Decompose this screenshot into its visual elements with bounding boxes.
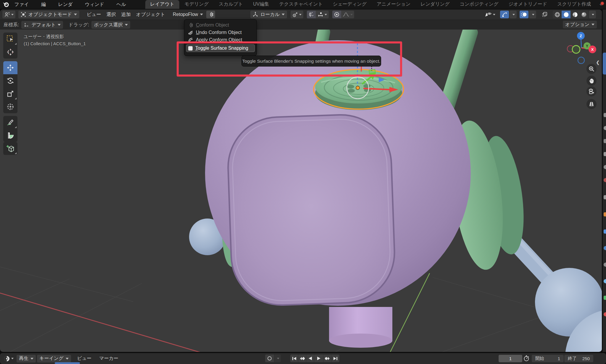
tab-uv-editing[interactable]: UV編集 [248,0,274,9]
tool-transform[interactable] [3,100,17,113]
gizmos-dropdown-button[interactable] [510,11,517,18]
menu-item-undo-conform[interactable]: Undo Conform Object [184,29,257,36]
tab-object-icon[interactable] [604,212,606,216]
gizmos-toggle-button[interactable] [500,11,509,18]
axis-neg-z[interactable] [578,57,584,64]
checkbox-icon[interactable] [188,46,193,51]
tab-modeling[interactable]: モデリング [179,0,214,9]
next-keyframe-button[interactable] [323,355,331,362]
timeline-view-menu[interactable]: ビュー [75,355,94,362]
editor-type-button[interactable] [2,11,15,18]
tab-data-icon[interactable] [604,296,606,300]
pan-button[interactable] [586,76,597,86]
blender-logo[interactable] [2,1,10,8]
tab-geometry-nodes[interactable]: ジオメトリノード [504,0,552,9]
tool-rotate[interactable] [3,74,17,87]
sidebar-toggle-arrow[interactable]: ❮ [596,60,600,65]
autokey-dropdown-button[interactable] [274,355,281,362]
tab-scene-icon[interactable] [604,165,606,169]
xray-toggle-button[interactable] [540,11,549,18]
tab-world-icon[interactable] [604,178,606,182]
menu-help[interactable]: ヘルプ [112,0,134,9]
shading-dropdown-button[interactable] [589,11,596,18]
active-properties-tab[interactable] [603,53,606,75]
coord-system-dropdown[interactable]: デフォルト [21,21,63,29]
tool-scale[interactable] [3,87,17,100]
tab-render-icon[interactable] [604,126,606,130]
drag-mode-dropdown[interactable]: ボックス選択 [91,21,130,29]
tool-add-cube[interactable] [3,142,17,155]
shading-solid-button[interactable] [562,11,570,18]
tab-scripting[interactable]: スクリプト作成 [552,0,596,9]
current-frame-field[interactable]: 1 [499,355,522,362]
tab-compositing[interactable]: コンポジティング [455,0,504,9]
prev-keyframe-button[interactable] [298,355,306,362]
overlays-toggle-button[interactable] [520,11,528,18]
menu-window[interactable]: ウィンドウ [81,0,113,9]
tab-texture-paint[interactable]: テクスチャペイント [274,0,328,9]
keying-menu[interactable]: キーイング [37,355,71,363]
options-dropdown[interactable]: オプション [563,21,597,28]
tab-constraint-icon[interactable] [604,279,606,283]
overlays-dropdown-button[interactable] [529,11,536,18]
shading-wireframe-button[interactable] [553,11,562,18]
tab-animation[interactable]: アニメーション [372,0,415,9]
shading-material-button[interactable] [570,11,579,18]
retopoflow-menu[interactable]: RetopoFlow [170,12,206,17]
autokey-toggle-button[interactable] [265,355,274,362]
menu-add[interactable]: 追加 [119,12,133,18]
tab-tool-icon[interactable] [604,113,606,117]
conform-dropdown-button[interactable] [206,11,215,18]
frame-start-field[interactable]: 開始1 [532,355,564,362]
proportional-edit-button[interactable] [332,11,341,18]
visibility-dropdown[interactable] [483,11,497,18]
snap-toggle-button[interactable] [307,11,316,18]
tab-layout[interactable]: レイアウト [145,0,180,9]
jump-to-end-button[interactable] [331,355,339,362]
tool-select-box[interactable] [3,33,17,46]
menu-view[interactable]: ビュー [84,12,104,18]
camera-view-button[interactable] [586,86,597,96]
timeline-scrollbar[interactable] [55,362,80,364]
tool-measure[interactable] [3,129,17,142]
tab-shading[interactable]: シェーディング [328,0,372,9]
tab-particles-icon[interactable] [604,246,606,250]
tab-collection-icon[interactable] [604,195,606,199]
tab-rendering[interactable]: レンダリング [415,0,454,9]
tool-cursor[interactable] [3,46,17,59]
mode-dropdown[interactable]: オブジェクトモード [18,11,79,18]
play-reverse-button[interactable] [306,355,314,362]
tab-output-icon[interactable] [604,139,606,143]
tab-material-icon[interactable] [604,312,606,316]
orientation-dropdown[interactable]: ローカル [250,11,287,18]
menu-select[interactable]: 選択 [104,12,119,18]
falloff-dropdown-button[interactable] [341,11,354,18]
shading-rendered-button[interactable] [579,11,588,18]
use-preview-range-button[interactable] [523,355,530,363]
tab-sculpting[interactable]: スカルプト [214,0,248,9]
play-button[interactable] [314,355,323,362]
tool-annotate[interactable] [3,116,17,129]
toggle-ortho-button[interactable] [586,99,597,109]
jump-to-start-button[interactable] [290,355,298,362]
zoom-button[interactable] [586,64,597,74]
tab-viewlayer-icon[interactable] [604,152,606,156]
playback-menu[interactable]: 再生 [17,355,36,363]
navigation-gizmo[interactable]: Z Y X [564,31,599,66]
frame-end-field[interactable]: 終了250 [564,355,593,362]
timeline-marker-menu[interactable]: マーカー [96,355,121,362]
axis-neg-y[interactable] [572,46,580,53]
menu-object[interactable]: オブジェクト [133,12,168,18]
pivot-dropdown[interactable] [291,11,303,18]
menu-file[interactable]: ファイル [11,0,37,9]
tab-physics-icon[interactable] [604,263,606,267]
snap-settings-button[interactable] [316,11,329,18]
tab-modifier-icon[interactable] [604,229,606,234]
menu-item-toggle-surface-snapping[interactable]: Toggle Surface Snapping [186,44,255,52]
menu-render[interactable]: レンダー [54,0,81,9]
menu-item-apply-conform[interactable]: Apply Conform Object [184,36,257,43]
timeline-editor-type-button[interactable] [2,355,15,363]
tool-move[interactable] [3,61,17,74]
3d-scene[interactable] [0,30,602,352]
menu-edit[interactable]: 編集 [37,0,54,9]
